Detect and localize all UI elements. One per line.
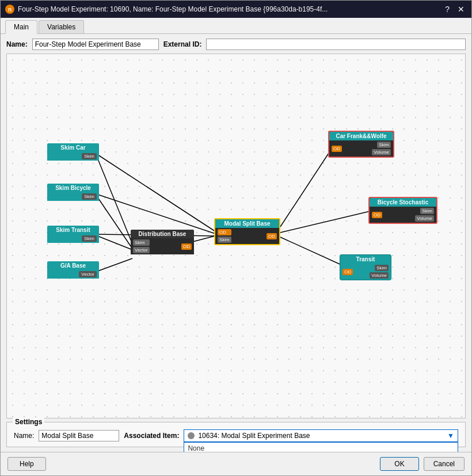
window-title: Four-Step Model Experiment: 10690, Name:… xyxy=(18,5,439,13)
node-transit[interactable]: Transit OD Skim Volume xyxy=(340,254,391,280)
name-label: Name: xyxy=(6,40,28,48)
main-content: Name: External ID: xyxy=(1,34,471,452)
dropdown-circle-icon xyxy=(188,432,195,439)
svg-line-1 xyxy=(96,195,132,249)
name-input[interactable] xyxy=(32,39,159,50)
help-button[interactable]: Help xyxy=(7,457,46,471)
dropdown-selected[interactable]: 10634: Modal Split Experiment Base ▼ xyxy=(184,429,458,442)
node-modal-split-base[interactable]: Modal Split Base OD Skim OD xyxy=(214,218,280,245)
svg-line-9 xyxy=(280,211,372,233)
ext-id-label: External ID: xyxy=(163,40,202,48)
dropdown-item-none[interactable]: None xyxy=(184,443,458,452)
ext-id-input[interactable] xyxy=(206,39,466,50)
name-row: Name: External ID: xyxy=(6,39,466,50)
svg-line-3 xyxy=(96,258,132,272)
app-icon: n xyxy=(5,5,14,14)
help-button[interactable]: ? xyxy=(443,5,452,13)
node-bicycle-stochastic[interactable]: Bicycle Stochastic OD Skim Volume xyxy=(368,197,437,224)
bottom-bar: Help OK Cancel xyxy=(1,452,471,475)
settings-row: Name: Associated Item: 10634: Modal Spli… xyxy=(14,429,458,442)
cancel-button[interactable]: Cancel xyxy=(424,457,465,471)
none-label: None xyxy=(188,444,204,452)
dropdown-selected-text: 10634: Modal Split Experiment Base xyxy=(198,432,310,440)
tab-variables[interactable]: Variables xyxy=(39,20,84,33)
node-ga-base[interactable]: G/A Base Vector xyxy=(47,261,99,279)
diagram-canvas[interactable]: Skim Car Skim Skim Bicycle Skim Skim Tra… xyxy=(6,54,466,418)
node-skim-car[interactable]: Skim Car Skim xyxy=(47,143,99,161)
svg-line-6 xyxy=(96,194,217,234)
associated-item-label: Associated Item: xyxy=(124,432,179,440)
tab-main[interactable]: Main xyxy=(5,20,37,34)
close-button[interactable]: ✕ xyxy=(455,5,467,13)
svg-line-10 xyxy=(280,237,344,266)
svg-line-0 xyxy=(96,155,132,244)
svg-line-8 xyxy=(280,148,332,227)
node-skim-bicycle[interactable]: Skim Bicycle Skim xyxy=(47,184,99,201)
tab-bar: Main Variables xyxy=(1,18,471,34)
dropdown-list: None 10634: Modal Split Experiment Base xyxy=(184,442,458,452)
node-skim-transit[interactable]: Skim Transit Skim xyxy=(47,226,99,243)
settings-section: Settings Name: Associated Item: 10634: M… xyxy=(6,422,466,447)
node-distribution-base[interactable]: Distribution Base Skim Vector OD xyxy=(131,230,194,254)
title-bar: n Four-Step Model Experiment: 10690, Nam… xyxy=(1,1,471,18)
window-controls: ? ✕ xyxy=(443,5,467,13)
settings-label: Settings xyxy=(13,418,44,426)
svg-line-2 xyxy=(96,235,132,250)
chevron-down-icon: ▼ xyxy=(447,432,454,440)
svg-line-5 xyxy=(96,154,217,233)
settings-name-input[interactable] xyxy=(39,430,119,441)
associated-item-dropdown[interactable]: 10634: Modal Split Experiment Base ▼ Non… xyxy=(184,429,458,442)
main-window: n Four-Step Model Experiment: 10690, Nam… xyxy=(0,0,472,476)
right-buttons: OK Cancel xyxy=(380,457,465,471)
settings-name-label: Name: xyxy=(14,432,34,440)
ok-button[interactable]: OK xyxy=(380,457,418,471)
node-car-frank-wolfe[interactable]: Car Frank&&Wolfe OD Skim Volume xyxy=(328,131,394,158)
